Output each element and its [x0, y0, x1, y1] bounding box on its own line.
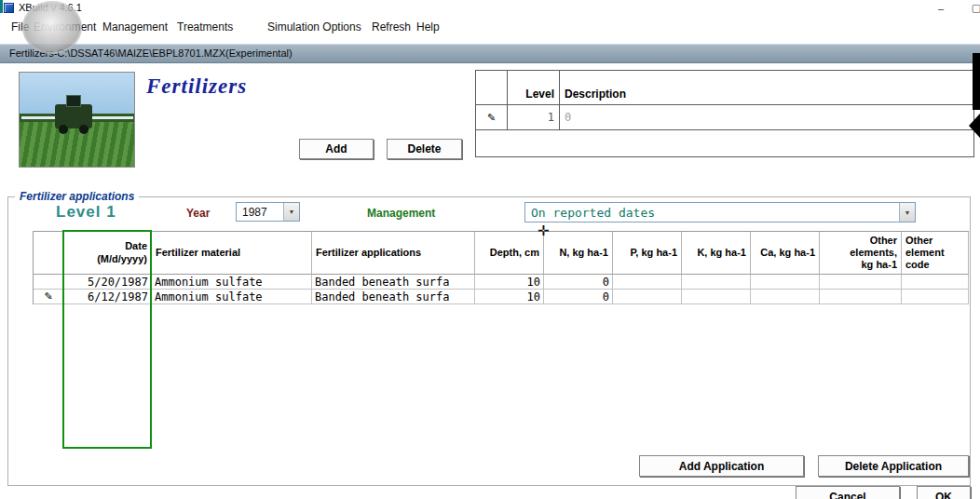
cell-material[interactable]: Ammonium sulfate	[152, 275, 312, 290]
cell-depth[interactable]: 10	[475, 290, 544, 304]
cell-application[interactable]: Banded beneath surfa	[312, 275, 475, 290]
cell-ca[interactable]	[751, 275, 820, 290]
cell-depth[interactable]: 10	[475, 275, 544, 290]
grid-col-marker	[34, 232, 64, 275]
management-value: On reported dates	[525, 203, 899, 222]
cell-ca[interactable]	[751, 290, 820, 304]
ok-button[interactable]: OK	[917, 486, 971, 499]
cell-p[interactable]	[613, 290, 682, 304]
cell-p[interactable]	[613, 275, 682, 290]
cell-material[interactable]: Ammonium sulfate	[152, 290, 312, 304]
grid-col-p[interactable]: P, kg ha-1	[613, 232, 682, 275]
level-1-label: Level 1	[56, 203, 116, 222]
delete-application-button[interactable]: Delete Application	[818, 455, 969, 477]
year-select[interactable]: 1987 ▼	[236, 202, 300, 222]
cell-other-elements[interactable]	[820, 290, 902, 304]
level-row-marker-icon[interactable]: ✎	[476, 105, 508, 130]
applications-grid: Date (M/d/yyyy) Fertilizer material Fert…	[33, 231, 969, 304]
grid-col-depth[interactable]: Depth, cm	[475, 232, 544, 275]
minimize-button[interactable]: –	[930, 0, 952, 16]
scrollbar-thumb[interactable]	[973, 53, 980, 110]
title-bar: XBuild v 4.6.1 – ▢	[0, 0, 980, 17]
add-level-button[interactable]: Add	[299, 139, 374, 159]
maximize-button[interactable]: ▢	[965, 0, 980, 16]
cell-other-code[interactable]	[902, 275, 969, 290]
menu-bar: File Environment Management Treatments S…	[0, 17, 980, 37]
add-application-button[interactable]: Add Application	[639, 455, 804, 477]
levels-col-marker	[476, 71, 508, 105]
photo-wheel	[59, 125, 68, 134]
cell-application[interactable]: Banded beneath surfa	[312, 290, 475, 304]
cell-date[interactable]: 5/20/1987	[64, 275, 152, 290]
document-path: Fertilizers-C:\DSSAT46\MAIZE\EBPL8701.MZ…	[9, 47, 293, 59]
photo-tractor-cab	[66, 95, 81, 107]
grid-col-date[interactable]: Date (M/d/yyyy)	[64, 232, 152, 275]
year-value: 1987	[237, 203, 283, 221]
grid-col-material[interactable]: Fertilizer material	[152, 232, 312, 275]
cell-n[interactable]: 0	[544, 275, 613, 290]
description-cell[interactable]: 0	[560, 105, 973, 130]
menu-refresh[interactable]: Refresh	[372, 20, 411, 34]
menu-simulation-options[interactable]: Simulation Options	[267, 20, 361, 34]
page-title: Fertilizers	[146, 74, 247, 99]
menu-treatments[interactable]: Treatments	[177, 20, 233, 34]
cell-k[interactable]	[682, 290, 751, 304]
menu-help[interactable]: Help	[416, 20, 440, 34]
window-edge-artifact	[0, 0, 3, 13]
move-cursor-icon: ✛	[538, 223, 550, 239]
management-dropdown-arrow-icon[interactable]: ▼	[899, 203, 915, 222]
grid-col-ca[interactable]: Ca, kg ha-1	[751, 232, 820, 275]
app-logo-icon	[4, 3, 14, 13]
levels-table: Level Description ✎ 1 0	[475, 70, 974, 157]
document-path-bar: Fertilizers-C:\DSSAT46\MAIZE\EBPL8701.MZ…	[0, 44, 980, 63]
management-select[interactable]: On reported dates ▼	[524, 202, 916, 223]
menu-environment[interactable]: Environment	[34, 20, 96, 34]
grid-col-k[interactable]: K, kg ha-1	[682, 232, 751, 275]
cancel-button[interactable]: Cancel	[796, 486, 900, 499]
grid-col-n[interactable]: N, kg ha-1	[544, 232, 613, 275]
grid-col-other-code[interactable]: Other element code	[902, 232, 969, 275]
levels-col-description: Description	[560, 71, 973, 105]
level-cell[interactable]: 1	[508, 105, 560, 130]
cell-n[interactable]: 0	[544, 290, 613, 304]
scrollbar-arrow-icon[interactable]	[969, 114, 980, 138]
levels-table-empty-area	[476, 130, 973, 156]
levels-col-level: Level	[508, 71, 560, 105]
year-label: Year	[186, 207, 210, 220]
management-label: Management	[367, 207, 435, 220]
cell-k[interactable]	[682, 275, 751, 290]
sprayer-photo	[19, 72, 135, 168]
menu-management[interactable]: Management	[102, 20, 168, 34]
delete-level-button[interactable]: Delete	[387, 139, 462, 159]
year-dropdown-arrow-icon[interactable]: ▼	[283, 203, 299, 221]
cell-date[interactable]: 6/12/1987	[64, 290, 152, 304]
cell-other-elements[interactable]	[820, 275, 902, 290]
grid-col-other-elements[interactable]: Other elements, kg ha-1	[820, 232, 902, 275]
row-marker[interactable]	[34, 275, 64, 290]
group-title: Fertilizer applications	[15, 190, 139, 203]
xbuild-window: XBuild v 4.6.1 – ▢ File Environment Mana…	[0, 0, 980, 499]
cell-other-code[interactable]	[902, 290, 969, 304]
photo-wheel	[79, 125, 88, 134]
window-title: XBuild v 4.6.1	[19, 2, 82, 13]
row-marker[interactable]: ✎	[34, 290, 64, 304]
menu-file[interactable]: File	[11, 20, 29, 34]
grid-col-application[interactable]: Fertilizer applications	[312, 232, 475, 275]
